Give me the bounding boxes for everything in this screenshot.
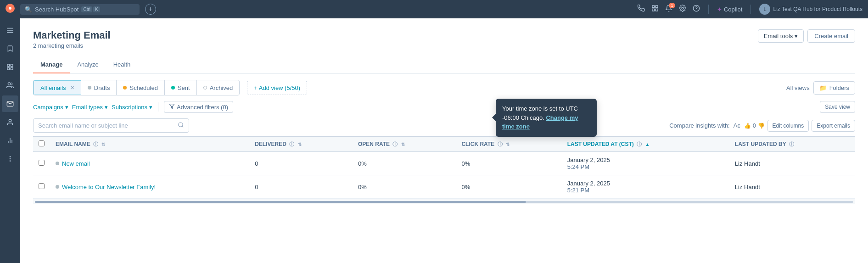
filter-tab-drafts[interactable]: Drafts bbox=[81, 80, 117, 95]
filter-tab-all[interactable]: All emails × bbox=[34, 80, 81, 95]
click-rate-sort-icon[interactable]: ⇅ bbox=[506, 142, 510, 147]
email-types-dropdown-icon: ▾ bbox=[105, 104, 108, 111]
row-1-last-updated-by-cell: Liz Handt bbox=[729, 152, 855, 175]
table-body: New email 0 0% 0% January 2, 2025 5:24 P… bbox=[33, 152, 855, 199]
notification-badge: 1 bbox=[669, 3, 675, 8]
sidebar-icon-dashboard[interactable] bbox=[2, 59, 18, 75]
insights-row: Compare insights with: Ac 👍 0 👎 Edit col… bbox=[669, 120, 855, 132]
add-view-button[interactable]: + Add view (5/50) bbox=[247, 81, 307, 95]
col-header-name[interactable]: EMAIL NAME ⓘ ⇅ bbox=[50, 137, 249, 152]
advanced-filters-button[interactable]: Advanced filters (0) bbox=[164, 101, 233, 113]
row-1-delivered-cell: 0 bbox=[249, 152, 353, 175]
col-header-delivered[interactable]: DELIVERED ⓘ ⇅ bbox=[249, 137, 353, 152]
delivered-sort-icon[interactable]: ⇅ bbox=[298, 142, 302, 147]
filter-tab-scheduled[interactable]: Scheduled bbox=[117, 80, 164, 95]
email-types-filter-button[interactable]: Email types ▾ bbox=[72, 104, 108, 111]
create-email-button[interactable]: Create email bbox=[807, 29, 855, 43]
row-1-last-updated-at-cell: January 2, 2025 5:24 PM bbox=[562, 152, 729, 175]
row-2-email-link[interactable]: Welcome to Our Newsletter Family! bbox=[56, 184, 244, 190]
svg-point-21 bbox=[10, 158, 10, 159]
sidebar-icon-menu[interactable] bbox=[2, 22, 18, 39]
settings-icon[interactable] bbox=[679, 5, 686, 14]
svg-rect-11 bbox=[7, 64, 10, 67]
sidebar-icon-reports[interactable] bbox=[2, 132, 18, 149]
filter-actions-row: Campaigns ▾ Email types ▾ Subscriptions … bbox=[33, 101, 855, 113]
svg-point-24 bbox=[179, 123, 183, 127]
filter-tab-archived[interactable]: Archived bbox=[197, 80, 240, 95]
global-search[interactable]: 🔍 Search HubSpot Ctrl K bbox=[20, 4, 140, 15]
phone-icon[interactable] bbox=[638, 5, 645, 14]
col-header-click-rate[interactable]: CLICK RATE ⓘ ⇅ bbox=[456, 137, 561, 152]
user-name: Liz Test QA Hub for Product Rollouts bbox=[773, 6, 862, 12]
search-submit-icon[interactable] bbox=[178, 122, 184, 129]
search-placeholder-text: Search HubSpot bbox=[35, 6, 78, 13]
search-input[interactable] bbox=[38, 122, 174, 129]
tab-analyze[interactable]: Analyze bbox=[70, 56, 106, 73]
thumbs-up-icon[interactable]: 👍 bbox=[744, 123, 751, 129]
scheduled-dot bbox=[123, 86, 127, 90]
col-header-last-updated-at[interactable]: LAST UPDATED AT (CST) ⓘ ▲ bbox=[562, 137, 729, 152]
subscriptions-filter-button[interactable]: Subscriptions ▾ bbox=[112, 104, 152, 111]
svg-point-15 bbox=[8, 83, 10, 85]
save-view-button[interactable]: Save view bbox=[820, 101, 855, 113]
last-updated-sort-active-icon[interactable]: ▲ bbox=[645, 142, 650, 147]
compare-insights-label: Compare insights with: bbox=[669, 122, 730, 129]
copilot-label: Copilot bbox=[724, 6, 742, 13]
page-header: Marketing Email 2 marketing emails Email… bbox=[33, 29, 855, 49]
all-views-link[interactable]: All views bbox=[786, 84, 810, 91]
col-header-last-updated-by: LAST UPDATED BY ⓘ bbox=[729, 137, 855, 152]
scrollbar-track bbox=[35, 201, 853, 203]
svg-point-22 bbox=[10, 161, 10, 161]
folders-button[interactable]: 📁 Folders bbox=[813, 81, 855, 95]
row-1-click-rate-cell: 0% bbox=[456, 152, 561, 175]
new-tab-button[interactable]: + bbox=[145, 4, 156, 15]
page-title-section: Marketing Email 2 marketing emails bbox=[33, 29, 111, 49]
tab-manage[interactable]: Manage bbox=[33, 56, 70, 73]
notifications-icon[interactable]: 1 bbox=[665, 5, 672, 14]
tab-health[interactable]: Health bbox=[106, 56, 138, 73]
last-updated-by-info-icon[interactable]: ⓘ bbox=[789, 141, 794, 147]
sidebar-icon-people[interactable] bbox=[2, 114, 18, 130]
svg-marker-23 bbox=[169, 104, 174, 109]
thumbs-down-icon[interactable]: 👎 bbox=[758, 123, 765, 129]
grid-icon[interactable] bbox=[651, 5, 659, 14]
svg-line-25 bbox=[182, 126, 184, 128]
all-emails-close[interactable]: × bbox=[71, 84, 74, 91]
click-rate-info-icon[interactable]: ⓘ bbox=[498, 141, 503, 147]
name-sort-icon[interactable]: ⇅ bbox=[101, 142, 105, 147]
user-menu-button[interactable]: L Liz Test QA Hub for Product Rollouts bbox=[759, 4, 862, 15]
last-updated-at-info-icon[interactable]: ⓘ bbox=[637, 141, 642, 147]
svg-point-5 bbox=[682, 7, 683, 9]
open-rate-info-icon[interactable]: ⓘ bbox=[392, 141, 398, 147]
scrollbar-thumb[interactable] bbox=[35, 201, 526, 203]
row-2-checkbox[interactable] bbox=[39, 183, 45, 189]
insights-actions: 👍 0 👎 Edit columns Export emails bbox=[744, 120, 855, 132]
campaigns-filter-button[interactable]: Campaigns ▾ bbox=[33, 104, 68, 111]
sidebar-icon-marketing[interactable] bbox=[2, 95, 18, 112]
select-all-checkbox[interactable] bbox=[39, 140, 45, 146]
horizontal-scrollbar[interactable] bbox=[33, 199, 855, 204]
search-box[interactable] bbox=[33, 118, 189, 133]
name-info-icon[interactable]: ⓘ bbox=[93, 141, 98, 147]
help-icon[interactable] bbox=[693, 5, 700, 14]
copilot-button[interactable]: ✦ Copilot bbox=[717, 6, 742, 13]
archived-label: Archived bbox=[210, 84, 233, 91]
sidebar-icon-more[interactable] bbox=[2, 151, 18, 167]
delivered-info-icon[interactable]: ⓘ bbox=[289, 141, 294, 147]
sidebar-icon-bookmark[interactable] bbox=[2, 40, 18, 57]
sidebar-icon-contacts[interactable] bbox=[2, 77, 18, 94]
svg-rect-13 bbox=[7, 67, 10, 70]
open-rate-sort-icon[interactable]: ⇅ bbox=[401, 142, 405, 147]
row-1-status-dot bbox=[56, 162, 59, 165]
page-subtitle: 2 marketing emails bbox=[33, 42, 111, 49]
col-header-open-rate[interactable]: OPEN RATE ⓘ ⇅ bbox=[353, 137, 456, 152]
search-shortcut: Ctrl K bbox=[81, 6, 100, 12]
email-tools-button[interactable]: Email tools ▾ bbox=[758, 29, 804, 43]
filter-tab-sent[interactable]: Sent bbox=[165, 80, 197, 95]
row-1-email-link[interactable]: New email bbox=[56, 160, 244, 167]
row-1-checkbox[interactable] bbox=[39, 160, 45, 166]
edit-columns-button[interactable]: Edit columns bbox=[767, 120, 809, 132]
drafts-dot bbox=[88, 86, 91, 90]
export-emails-button[interactable]: Export emails bbox=[812, 120, 855, 132]
main-content: Marketing Email 2 marketing emails Email… bbox=[20, 18, 868, 263]
